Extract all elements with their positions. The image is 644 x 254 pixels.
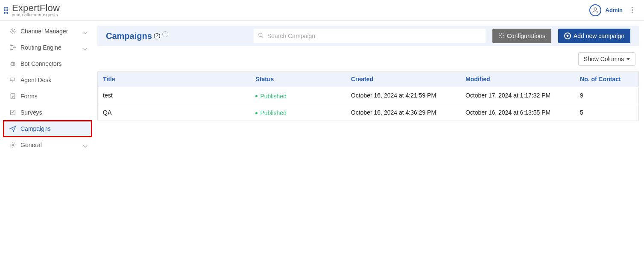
svg-point-7 bbox=[12, 31, 14, 32]
button-label: Configurations bbox=[507, 32, 545, 39]
sidebar-item-surveys[interactable]: Surveys bbox=[3, 104, 92, 121]
sidebar-item-channel-manager[interactable]: Channel Manager bbox=[3, 23, 92, 39]
sidebar-item-bot-connectors[interactable]: Bot Connectors bbox=[3, 56, 92, 72]
sidebar-item-label: General bbox=[20, 142, 84, 148]
sidebar-item-general[interactable]: General bbox=[3, 137, 92, 153]
chevron-down-icon bbox=[84, 44, 87, 51]
svg-point-4 bbox=[4, 12, 6, 14]
sidebar: Channel Manager Routing Engine Bot Conne… bbox=[3, 21, 92, 254]
dropdown-label: Show Columns bbox=[584, 56, 624, 62]
page-header: Campaigns (2) i Configurations Add new c… bbox=[97, 26, 639, 46]
top-bar: ExpertFlow your callcenter experts Admin bbox=[0, 0, 644, 21]
svg-point-21 bbox=[13, 64, 14, 64]
cell-title: QA bbox=[98, 104, 250, 121]
col-header-status[interactable]: Status bbox=[250, 71, 345, 87]
cell-title: test bbox=[98, 87, 250, 104]
cell-created: October 16, 2024 at 4:36:29 PM bbox=[346, 104, 460, 121]
svg-line-13 bbox=[14, 32, 15, 33]
sidebar-item-agent-desk[interactable]: Agent Desk bbox=[3, 72, 92, 88]
plus-circle-icon bbox=[564, 32, 571, 39]
svg-rect-18 bbox=[14, 47, 15, 48]
col-header-title[interactable]: Title bbox=[98, 71, 250, 87]
gear-icon bbox=[9, 142, 17, 148]
sidebar-item-label: Routing Engine bbox=[20, 44, 84, 51]
search-icon bbox=[258, 32, 264, 40]
col-header-modified[interactable]: Modified bbox=[460, 71, 575, 87]
gear-icon bbox=[498, 32, 504, 40]
sidebar-item-label: Channel Manager bbox=[20, 28, 84, 35]
svg-point-20 bbox=[12, 64, 12, 64]
sidebar-item-label: Surveys bbox=[20, 109, 87, 116]
logo[interactable]: ExpertFlow your callcenter experts bbox=[3, 3, 60, 17]
cell-status: Published bbox=[250, 104, 345, 121]
svg-line-14 bbox=[11, 32, 12, 33]
svg-point-3 bbox=[6, 9, 8, 11]
main-content: Campaigns (2) i Configurations Add new c… bbox=[92, 21, 644, 254]
agent-desk-icon bbox=[9, 77, 17, 83]
chevron-down-icon bbox=[84, 28, 87, 35]
info-icon[interactable]: i bbox=[162, 31, 168, 37]
svg-point-32 bbox=[259, 33, 262, 36]
svg-line-12 bbox=[11, 29, 12, 30]
page-count: (2) bbox=[154, 32, 161, 38]
svg-point-5 bbox=[6, 12, 8, 14]
page-title-wrap: Campaigns (2) i bbox=[106, 31, 247, 41]
user-name[interactable]: Admin bbox=[606, 7, 623, 13]
avatar-icon[interactable] bbox=[589, 4, 601, 16]
main-layout: Channel Manager Routing Engine Bot Conne… bbox=[0, 21, 644, 254]
chevron-down-icon bbox=[84, 142, 87, 148]
svg-line-15 bbox=[14, 29, 15, 30]
bot-icon bbox=[9, 60, 17, 67]
sidebar-item-forms[interactable]: Forms bbox=[3, 88, 92, 104]
sidebar-item-label: Forms bbox=[20, 93, 87, 100]
sidebar-item-campaigns[interactable]: Campaigns bbox=[3, 121, 92, 137]
col-header-created[interactable]: Created bbox=[346, 71, 460, 87]
svg-point-1 bbox=[6, 7, 8, 9]
svg-point-6 bbox=[594, 8, 597, 10]
surveys-icon bbox=[9, 109, 17, 116]
svg-point-2 bbox=[4, 9, 6, 11]
routing-engine-icon bbox=[9, 44, 17, 51]
sidebar-item-routing-engine[interactable]: Routing Engine bbox=[3, 39, 92, 56]
sidebar-item-label: Campaigns bbox=[20, 125, 87, 132]
sidebar-item-label: Bot Connectors bbox=[20, 60, 87, 67]
col-header-contacts[interactable]: No. of Contact bbox=[575, 71, 638, 87]
logo-word-1: Expert bbox=[12, 3, 40, 13]
logo-dots-icon bbox=[3, 6, 11, 14]
logo-word-2: Flow bbox=[40, 3, 60, 13]
search-input[interactable] bbox=[267, 32, 481, 39]
channel-manager-icon bbox=[9, 28, 17, 35]
cell-status: Published bbox=[250, 87, 345, 104]
forms-icon bbox=[9, 93, 17, 100]
cell-modified: October 17, 2024 at 1:17:32 PM bbox=[460, 87, 575, 104]
svg-rect-17 bbox=[10, 49, 12, 50]
toolbar-row: Show Columns bbox=[92, 46, 644, 69]
svg-point-31 bbox=[12, 144, 14, 146]
cell-contacts: 5 bbox=[575, 104, 638, 121]
status-badge: Published bbox=[255, 109, 287, 116]
svg-point-34 bbox=[501, 35, 502, 36]
status-badge: Published bbox=[255, 93, 287, 100]
campaigns-icon bbox=[9, 125, 17, 132]
svg-point-0 bbox=[4, 7, 6, 9]
logo-subtitle: your callcenter experts bbox=[12, 13, 60, 17]
table-header-row: Title Status Created Modified No. of Con… bbox=[98, 71, 638, 87]
caret-down-icon bbox=[626, 58, 630, 60]
table-row[interactable]: test Published October 16, 2024 at 4:21:… bbox=[98, 87, 638, 104]
svg-rect-16 bbox=[10, 45, 12, 46]
show-columns-dropdown[interactable]: Show Columns bbox=[578, 52, 635, 66]
search-box[interactable] bbox=[254, 29, 486, 43]
configurations-button[interactable]: Configurations bbox=[492, 29, 551, 43]
cell-modified: October 16, 2024 at 6:13:55 PM bbox=[460, 104, 575, 121]
sidebar-item-label: Agent Desk bbox=[20, 77, 87, 83]
cell-contacts: 9 bbox=[575, 87, 638, 104]
logo-text: ExpertFlow your callcenter experts bbox=[12, 3, 60, 17]
svg-line-33 bbox=[262, 36, 263, 38]
svg-rect-23 bbox=[10, 78, 14, 81]
top-right: Admin bbox=[589, 4, 637, 16]
campaign-table: Title Status Created Modified No. of Con… bbox=[97, 71, 639, 121]
kebab-menu-icon[interactable] bbox=[627, 5, 637, 15]
cell-created: October 16, 2024 at 4:21:59 PM bbox=[346, 87, 460, 104]
table-row[interactable]: QA Published October 16, 2024 at 4:36:29… bbox=[98, 104, 638, 121]
add-campaign-button[interactable]: Add new campaign bbox=[558, 29, 630, 43]
